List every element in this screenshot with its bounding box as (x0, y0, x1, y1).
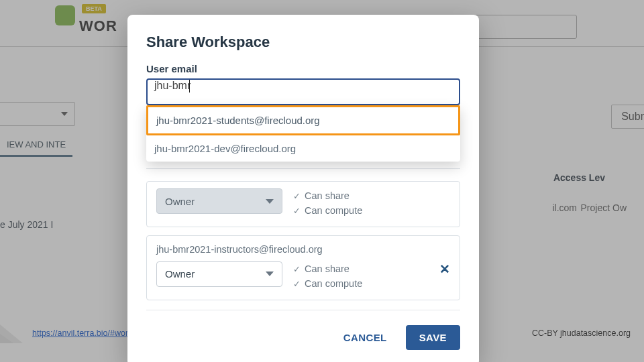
check-icon: ✓ (293, 206, 301, 216)
permissions-self: ✓Can share ✓Can compute (293, 188, 362, 219)
chevron-down-icon (266, 272, 274, 276)
check-icon: ✓ (293, 264, 301, 274)
member-row-self: Owner ✓Can share ✓Can compute (146, 181, 460, 227)
chevron-down-icon (266, 199, 274, 204)
can-share-label: Can share (305, 190, 350, 201)
user-email-input[interactable]: jhu-bmr (146, 78, 460, 105)
role-select[interactable]: Owner (156, 261, 282, 287)
autocomplete-item-highlighted[interactable]: jhu-bmr2021-students@firecloud.org (146, 105, 460, 135)
share-workspace-modal: Share Workspace User email jhu-bmr jhu-b… (127, 15, 479, 362)
role-value: Owner (165, 268, 195, 280)
email-autocomplete-list: jhu-bmr2021-students@firecloud.org jhu-b… (146, 105, 460, 162)
autocomplete-item[interactable]: jhu-bmr2021-dev@firecloud.org (146, 135, 460, 162)
modal-title: Share Workspace (146, 34, 460, 51)
remove-member-icon[interactable]: ✕ (439, 261, 450, 277)
modal-actions: CANCEL SAVE (146, 325, 460, 350)
can-compute-label: Can compute (305, 205, 362, 216)
text-caret-icon (189, 80, 190, 93)
permissions: ✓Can share ✓Can compute (293, 261, 362, 292)
member-row: jhu-bmr2021-instructors@firecloud.org Ow… (146, 235, 460, 300)
user-email-label: User email (146, 63, 460, 74)
role-select-self: Owner (156, 188, 282, 214)
save-button[interactable]: SAVE (406, 325, 460, 350)
member-email: jhu-bmr2021-instructors@firecloud.org (156, 244, 450, 255)
role-value: Owner (165, 196, 195, 207)
check-icon: ✓ (293, 191, 301, 201)
can-share-label: Can share (305, 263, 350, 274)
cancel-button[interactable]: CANCEL (334, 325, 396, 350)
check-icon: ✓ (293, 279, 301, 289)
members-list: Owner ✓Can share ✓Can compute jhu-bmr202… (146, 168, 460, 310)
user-email-value: jhu-bmr (154, 80, 191, 91)
can-compute-label: Can compute (305, 278, 362, 289)
user-email-field-wrap: jhu-bmr jhu-bmr2021-students@firecloud.o… (146, 78, 460, 105)
